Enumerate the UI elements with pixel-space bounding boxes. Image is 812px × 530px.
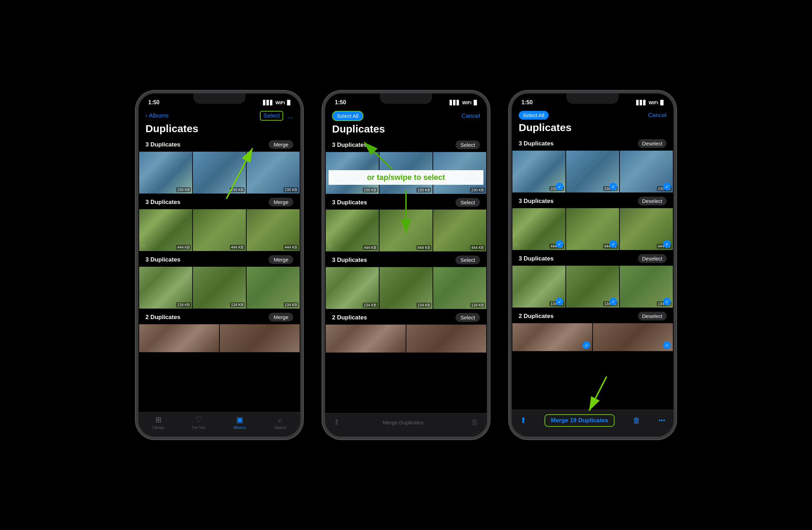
select-button-2-3[interactable]: Select	[456, 256, 480, 264]
merge-button-1-3[interactable]: Merge	[269, 255, 293, 264]
action-bar-2: ⬆ Merge Duplicates... 🗑	[325, 413, 487, 437]
share-icon-3[interactable]: ⬆	[520, 416, 526, 425]
deselect-button-3-3[interactable]: Deselect	[638, 254, 667, 263]
back-button-1[interactable]: ‹ Albums	[145, 112, 168, 119]
photo-cell-3-4-2[interactable]: ✓	[593, 323, 673, 351]
photo-cell-3-4-1[interactable]: ✓	[512, 323, 592, 351]
photo-cell-2-2-1[interactable]: ♡ 444 KB	[326, 210, 379, 251]
photo-cell-3-1-1[interactable]: 230 KB ✓	[512, 151, 565, 192]
dup-group-2-2: 3 Duplicates Select ♡ 444 KB 444 KB	[325, 195, 487, 251]
photo-cell-1-2-2[interactable]: 444 KB	[193, 209, 246, 251]
notch-2	[380, 93, 432, 104]
dup-group-2-4: 2 Duplicates Select	[325, 310, 487, 353]
photo-cell-3-3-3[interactable]: 134 KB ✓	[620, 266, 673, 308]
tab-albums-1[interactable]: ▣ Albums	[233, 415, 246, 430]
photo-cell-1-3-3[interactable]: 134 KB	[247, 267, 300, 309]
select-button-2-4[interactable]: Select	[456, 313, 480, 322]
merge-button-1-4[interactable]: Merge	[269, 313, 293, 321]
tab-search-1[interactable]: ⌕ Search	[274, 415, 286, 430]
photo-cell-2-3-1[interactable]: 134 KB	[326, 267, 379, 309]
screen-1: 1:50 ▋▋▋ WiFi ▉ ‹ Albums	[138, 93, 300, 437]
photo-size-2-3-2: 134 KB	[416, 303, 431, 308]
photo-cell-3-2-3[interactable]: 444 KB ✓	[620, 208, 673, 250]
photo-cell-1-2-3[interactable]: 444 KB	[247, 209, 300, 251]
photo-size-2-2-3: 444 KB	[470, 245, 485, 250]
photo-cell-1-1-1[interactable]: 230 KB	[139, 152, 192, 194]
photo-cell-2-2-3[interactable]: 444 KB	[433, 210, 486, 251]
photo-row-2-2: ♡ 444 KB 444 KB 444 KB	[325, 210, 487, 251]
photo-cell-3-1-3[interactable]: 230 KB ✓	[620, 151, 673, 192]
photo-cell-2-4-1[interactable]	[326, 325, 406, 353]
phone-1: 1:50 ▋▋▋ WiFi ▉ ‹ Albums	[136, 91, 303, 439]
nav-actions-1: Select ...	[260, 111, 293, 121]
dup-label-1-3: 3 Duplicates	[145, 256, 180, 263]
photo-cell-2-3-2[interactable]: 134 KB	[379, 267, 433, 309]
photo-cell-3-3-2[interactable]: 134 KB ✓	[566, 266, 619, 308]
tab-library-1[interactable]: ⊞ Library	[152, 415, 164, 430]
library-icon-1: ⊞	[155, 415, 161, 424]
photo-cell-2-4-2[interactable]	[406, 325, 486, 353]
more-button-1[interactable]: ...	[287, 112, 293, 120]
photo-cell-1-4-2[interactable]	[220, 324, 300, 352]
photo-row-3-3: 134 KB ✓ 134 KB ✓ 134 KB ✓	[512, 266, 674, 308]
check-icon-3-3-2: ✓	[609, 298, 617, 305]
deselect-button-3-4[interactable]: Deselect	[638, 312, 667, 320]
photo-size-1-2-2: 444 KB	[230, 245, 245, 250]
nav-bar-3: Select All Cancel Duplicates	[512, 109, 674, 136]
merge-19-button[interactable]: Merge 19 Duplicates	[544, 414, 614, 427]
photo-cell-1-3-2[interactable]: 134 KB	[193, 267, 246, 309]
photo-cell-1-2-1[interactable]: ♡ 444 KB	[139, 209, 192, 251]
photo-cell-2-3-3[interactable]: 134 KB	[433, 267, 486, 309]
photo-cell-3-1-2[interactable]: 230 KB ✓	[566, 151, 619, 192]
select-button-2-2[interactable]: Select	[456, 198, 480, 207]
more-icon-3[interactable]: •••	[659, 417, 665, 424]
dup-label-2-4: 2 Duplicates	[332, 314, 367, 321]
tab-foryou-1[interactable]: ♡ For You	[192, 415, 205, 430]
photo-row-1-1: 230 KB 230 KB 230 KB	[138, 152, 300, 194]
merge-button-1-1[interactable]: Merge	[269, 140, 293, 149]
signal-icon-1: ▋▋▋	[263, 100, 273, 105]
heart-icon-1-2-1: ♡	[141, 244, 145, 249]
phones-container: 1:50 ▋▋▋ WiFi ▉ ‹ Albums	[136, 91, 676, 439]
photo-cell-3-3-1[interactable]: 134 KB ✓	[512, 266, 565, 308]
select-all-button-2[interactable]: Select All	[332, 111, 363, 121]
photo-cell-3-2-1[interactable]: ♡ 444 KB ✓	[512, 208, 565, 250]
notch-3	[566, 93, 619, 104]
phone-2: 1:50 ▋▋▋ WiFi ▉ Select All Cancel Duplic…	[322, 91, 490, 439]
trash-icon-3[interactable]: 🗑	[633, 416, 640, 425]
dup-label-2-2: 3 Duplicates	[332, 199, 367, 206]
nav-bar-2: Select All Cancel Duplicates	[325, 109, 487, 138]
photo-cell-1-1-2[interactable]: 230 KB	[193, 152, 246, 194]
check-icon-3-1-3: ✓	[663, 183, 671, 190]
foryou-icon-1: ♡	[195, 415, 202, 424]
photo-cell-2-2-2[interactable]: 444 KB	[379, 210, 433, 251]
photo-cell-1-3-1[interactable]: 134 KB	[139, 267, 192, 309]
select-all-button-3[interactable]: Select All	[519, 111, 549, 120]
photo-cell-1-1-3[interactable]: 230 KB	[247, 152, 300, 194]
dup-label-3-2: 3 Duplicates	[519, 198, 554, 205]
merge-button-1-2[interactable]: Merge	[269, 198, 293, 206]
status-time-2: 1:50	[335, 99, 346, 106]
dup-header-3-3: 3 Duplicates Deselect	[512, 251, 674, 266]
dup-header-2-2: 3 Duplicates Select	[325, 195, 487, 210]
select-button-1[interactable]: Select	[260, 111, 283, 121]
phone-1-wrapper: 1:50 ▋▋▋ WiFi ▉ ‹ Albums	[136, 91, 303, 439]
photo-row-1-2: ♡ 444 KB 444 KB 444 KB	[138, 209, 300, 251]
check-icon-3-3-1: ✓	[556, 298, 563, 305]
photo-cell-3-2-2[interactable]: 444 KB ✓	[566, 208, 619, 250]
dup-group-1-4: 2 Duplicates Merge	[138, 310, 300, 352]
tab-foryou-label-1: For You	[192, 425, 205, 430]
screen-2: 1:50 ▋▋▋ WiFi ▉ Select All Cancel Duplic…	[325, 93, 487, 437]
cancel-button-3[interactable]: Cancel	[648, 112, 667, 119]
check-icon-3-1-2: ✓	[609, 183, 617, 190]
select-button-2-1[interactable]: Select	[456, 141, 480, 149]
dup-label-3-3: 3 Duplicates	[519, 255, 554, 262]
dup-label-1-1: 3 Duplicates	[145, 141, 180, 148]
cancel-button-2[interactable]: Cancel	[461, 113, 480, 120]
photo-cell-1-4-1[interactable]	[139, 324, 219, 352]
status-time-1: 1:50	[148, 99, 159, 106]
deselect-button-3-2[interactable]: Deselect	[638, 197, 667, 205]
photo-size-2-1-2: 230 KB	[416, 188, 431, 192]
deselect-button-3-1[interactable]: Deselect	[638, 139, 667, 148]
status-icons-2: ▋▋▋ WiFi ▉	[450, 100, 477, 105]
